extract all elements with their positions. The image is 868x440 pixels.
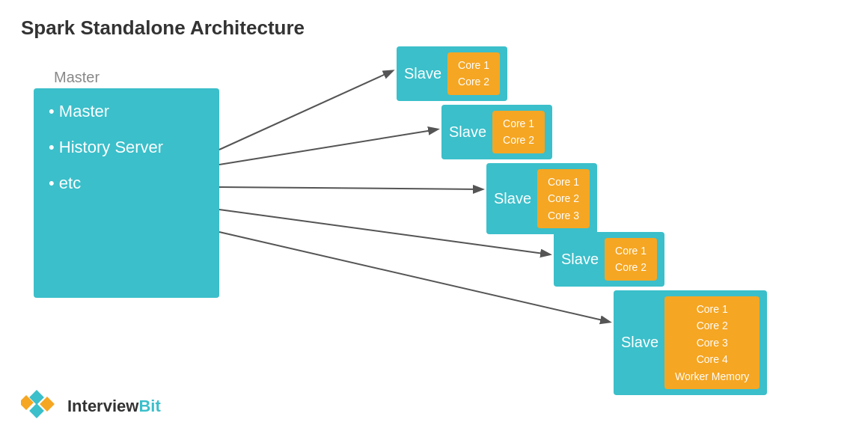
slave-label-3: Slave [494, 190, 531, 207]
logo-icon [21, 389, 60, 424]
svg-line-2 [219, 187, 482, 189]
master-label: Master [54, 69, 100, 86]
core-item: Core 2 [548, 190, 579, 207]
cores-box-5: Core 1Core 2Core 3Core 4Worker Memory [664, 296, 760, 389]
master-item-1: • Master [49, 102, 204, 121]
core-item: Core 2 [503, 132, 534, 148]
slave-label-2: Slave [449, 123, 486, 141]
core-item: Core 1 [458, 57, 489, 73]
cores-box-1: Core 1Core 2 [447, 52, 500, 95]
core-item: Core 1 [615, 242, 647, 259]
svg-line-1 [219, 129, 437, 165]
core-item: Core 3 [548, 207, 579, 224]
slave-node-2: SlaveCore 1Core 2 [441, 105, 552, 159]
page-title: Spark Standalone Architecture [21, 16, 305, 40]
core-item: Core 1 [675, 301, 749, 317]
slave-node-4: SlaveCore 1Core 2 [554, 232, 664, 287]
cores-box-4: Core 1Core 2 [605, 238, 657, 281]
core-item: Core 2 [615, 259, 647, 275]
slave-label-4: Slave [561, 251, 599, 268]
core-item: Core 4 [675, 351, 749, 367]
logo-area: InterviewBit [21, 389, 161, 424]
svg-line-0 [219, 71, 392, 150]
core-item: Core 3 [675, 334, 749, 351]
logo-text-color: Bit [138, 397, 160, 415]
core-item: Core 2 [458, 73, 489, 90]
slave-node-5: SlaveCore 1Core 2Core 3Core 4Worker Memo… [614, 290, 767, 395]
cores-box-2: Core 1Core 2 [492, 111, 545, 153]
core-item: Core 2 [675, 317, 749, 334]
core-item: Core 1 [548, 174, 579, 190]
master-item-3: • etc [49, 174, 204, 193]
master-item-2: • History Server [49, 138, 204, 157]
master-box: • Master • History Server • etc [34, 88, 219, 298]
core-item: Worker Memory [675, 368, 749, 385]
svg-line-4 [219, 232, 609, 322]
logo-text-black: Interview [67, 397, 138, 415]
logo-text: InterviewBit [67, 397, 161, 416]
core-item: Core 1 [503, 115, 534, 132]
slave-label-1: Slave [404, 65, 441, 82]
slave-node-3: SlaveCore 1Core 2Core 3 [486, 163, 597, 234]
slave-label-5: Slave [621, 334, 658, 351]
cores-box-3: Core 1Core 2Core 3 [537, 169, 590, 228]
slave-node-1: SlaveCore 1Core 2 [397, 46, 507, 101]
